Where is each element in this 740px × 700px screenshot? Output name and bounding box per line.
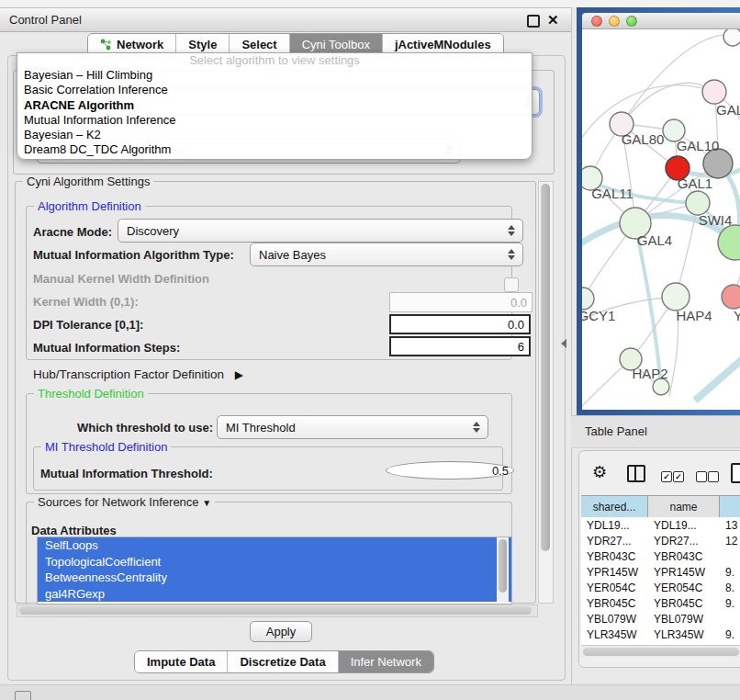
table-cell[interactable]: YBR043C	[581, 550, 648, 563]
table-cell[interactable]: YBL079W	[648, 613, 720, 626]
bottom-tabbar: Impute Data Discretize Data Infer Networ…	[134, 650, 434, 673]
table-hscrollbar-thumb[interactable]	[583, 648, 739, 656]
settings-hscrollbar-track[interactable]	[17, 604, 538, 617]
popup-item-dream8[interactable]: Dream8 DC_TDC Algorithm	[17, 142, 532, 157]
network-node-label: HAP4	[676, 308, 712, 323]
function-builder-icon[interactable]	[731, 463, 740, 483]
kernel-width-input[interactable]: 0.0	[389, 292, 533, 312]
popup-item-bayesian-hill-climbing[interactable]: Bayesian – Hill Climbing	[17, 68, 532, 83]
network-edge[interactable]	[695, 356, 740, 401]
popup-item-mutual-information[interactable]: Mutual Information Inference	[17, 113, 532, 128]
list-scrollbar-track[interactable]	[497, 537, 509, 602]
aracne-mode-label: Aracne Mode:	[33, 225, 112, 239]
table-cell[interactable]: 9.	[720, 597, 740, 610]
tab-impute-data[interactable]: Impute Data	[135, 651, 228, 672]
network-view-window[interactable]: GALGAL80GAL10GAL1GAL11SWI4GAL4GCY1HAP4YH…	[577, 7, 740, 415]
popup-item-aracne[interactable]: ARACNE Algorithm	[17, 98, 532, 113]
hub-section-label[interactable]: Hub/Transcription Factor Definition ▶	[33, 367, 243, 381]
table-row[interactable]: YER054CYER054C8.	[581, 580, 740, 595]
minimize-traffic-light-icon[interactable]	[609, 16, 620, 27]
table-cell[interactable]: 12	[720, 535, 740, 548]
table-row[interactable]: YLR345WYLR345W9.	[581, 627, 740, 642]
deselect-checkbox-icon[interactable]	[696, 471, 707, 482]
dpi-tolerance-input[interactable]: 0.0	[389, 314, 531, 334]
which-threshold-combo[interactable]: MI Threshold	[217, 415, 488, 439]
table-cell[interactable]: YDL19...	[581, 519, 648, 532]
mi-steps-input[interactable]: 6	[389, 336, 531, 356]
split-divider-arrow[interactable]	[561, 339, 566, 348]
dock-panel-icon[interactable]	[15, 691, 31, 700]
popup-item-bayesian-k2[interactable]: Bayesian – K2	[17, 128, 532, 142]
table-header-cell[interactable]	[720, 496, 740, 518]
apply-button[interactable]: Apply	[250, 621, 312, 642]
float-window-icon[interactable]	[527, 15, 540, 28]
table-row[interactable]: YBR045CYBR045C9.	[581, 595, 740, 611]
expand-right-icon[interactable]: ▶	[235, 368, 243, 381]
aracne-mode-combo[interactable]: Discovery	[118, 219, 523, 243]
settings-scrollbar-track[interactable]	[538, 181, 554, 604]
gear-icon[interactable]: ⚙	[592, 464, 607, 480]
mi-threshold-input[interactable]: 0.5	[386, 461, 514, 480]
select-all-checkbox-icon[interactable]: ✓	[661, 471, 672, 482]
table-cell[interactable]: 9.	[720, 628, 740, 641]
list-scrollbar-thumb[interactable]	[499, 539, 507, 593]
network-node[interactable]	[723, 29, 740, 46]
table-header-cell[interactable]: name	[648, 496, 720, 518]
table-cell[interactable]: YER054C	[581, 581, 648, 594]
table-row[interactable]: YDR27...YDR27...12	[581, 533, 740, 548]
table-cell[interactable]: YPR145W	[648, 566, 720, 579]
table-cell[interactable]: 13	[720, 519, 740, 532]
data-attributes-list[interactable]: SelfLoops TopologicalCoefficient Between…	[37, 536, 512, 604]
close-traffic-light-icon[interactable]	[591, 16, 602, 27]
table-panel-titlebar[interactable]: Table Panel	[571, 415, 740, 448]
table-cell[interactable]: YLR345W	[648, 628, 720, 641]
table-cell[interactable]: YPR145W	[581, 566, 648, 579]
table-cell[interactable]: YDR27...	[581, 535, 648, 548]
list-item-betweennesscentrality[interactable]: BetweennessCentrality	[38, 570, 511, 586]
list-item-topologicalcoefficient[interactable]: TopologicalCoefficient	[38, 554, 511, 570]
close-icon[interactable]: ✕	[547, 12, 559, 28]
zoom-traffic-light-icon[interactable]	[626, 16, 637, 27]
column-layout-icon[interactable]	[627, 465, 645, 482]
table-cell[interactable]: 9.	[720, 566, 740, 579]
table-cell[interactable]: YBR045C	[648, 597, 720, 610]
table-hscrollbar-track[interactable]	[581, 645, 740, 658]
kernel-width-label: Kernel Width (0,1):	[33, 295, 139, 309]
list-item-selfloops[interactable]: SelfLoops	[38, 537, 511, 554]
combo-arrows-icon	[505, 225, 518, 236]
network-node-label: GAL80	[622, 131, 665, 147]
tab-infer-network[interactable]: Infer Network	[339, 651, 433, 672]
settings-hscrollbar-thumb[interactable]	[19, 606, 532, 615]
network-window-titlebar[interactable]	[582, 13, 740, 29]
table-cell[interactable]: YBR045C	[581, 597, 648, 610]
expand-down-icon[interactable]: ▼	[202, 498, 211, 508]
table-header-cell[interactable]: shared...	[581, 496, 648, 518]
table-row[interactable]: YPR145WYPR145W9.	[581, 564, 740, 580]
network-node[interactable]	[702, 80, 726, 104]
network-node[interactable]	[662, 283, 690, 310]
network-node[interactable]	[722, 285, 740, 309]
tab-discretize-data[interactable]: Discretize Data	[228, 651, 338, 672]
mi-type-combo[interactable]: Naive Bayes	[250, 243, 523, 266]
table-cell[interactable]: YBR043C	[648, 550, 720, 563]
deselect-checkbox2-icon[interactable]	[708, 471, 719, 482]
network-canvas[interactable]: GALGAL80GAL10GAL1GAL11SWI4GAL4GCY1HAP4YH…	[582, 29, 740, 410]
table-row[interactable]: YDL19...YDL19...13	[581, 517, 740, 533]
settings-scrollbar-thumb[interactable]	[541, 184, 550, 551]
table-cell[interactable]: YDL19...	[648, 519, 720, 532]
popup-item-basic-correlation[interactable]: Basic Correlation Inference	[17, 83, 532, 97]
table-cell[interactable]: YBL079W	[581, 613, 648, 626]
control-panel-window: Control Panel ✕ Network Style Select Cyn…	[0, 7, 572, 684]
table-cell[interactable]: YER054C	[648, 581, 720, 594]
table-cell[interactable]: YLR345W	[581, 628, 648, 641]
select-all-checkbox2-icon[interactable]: ✓	[673, 471, 684, 482]
list-item-gal4rgexp[interactable]: gal4RGexp	[38, 586, 511, 603]
table-cell[interactable]: 8.	[720, 581, 740, 594]
control-panel-titlebar[interactable]: Control Panel ✕	[0, 7, 571, 32]
network-node[interactable]	[582, 288, 594, 310]
table-row[interactable]: YBR043CYBR043C	[581, 548, 740, 564]
manual-kernel-checkbox[interactable]	[504, 277, 519, 292]
table-cell[interactable]: YDR27...	[648, 535, 720, 548]
tab-style-label: Style	[188, 38, 217, 51]
table-row[interactable]: YBL079WYBL079W	[581, 611, 740, 627]
